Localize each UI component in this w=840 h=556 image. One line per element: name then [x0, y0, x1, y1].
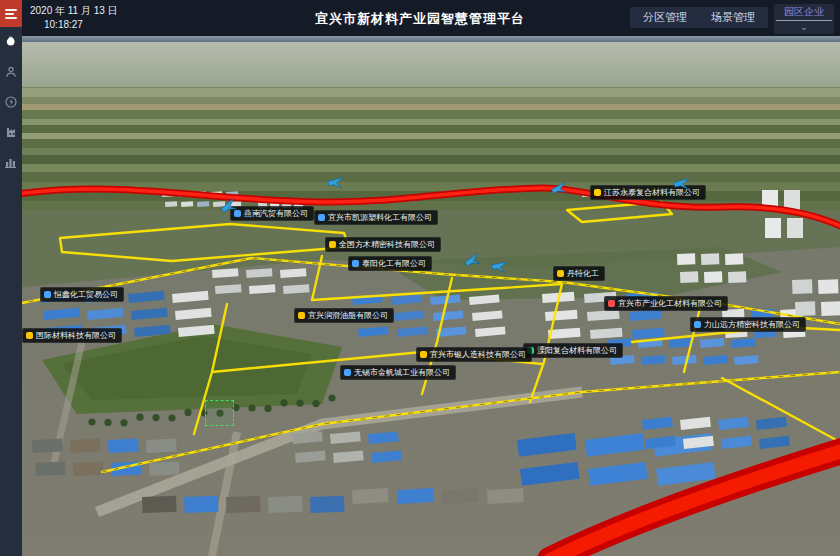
company-marker-icon	[26, 332, 33, 339]
map-company-label[interactable]: 燕南汽贸有限公司	[230, 206, 314, 221]
company-label-text: 国际材料科技有限公司	[36, 330, 116, 341]
company-marker-icon	[329, 241, 336, 248]
bar-chart-icon	[5, 156, 17, 168]
park-enterprise-dropdown-label: 园区企业	[774, 4, 834, 19]
company-marker-icon	[352, 260, 359, 267]
company-marker-icon	[420, 351, 427, 358]
map-company-label[interactable]: 无锡市金帆城工业有限公司	[340, 365, 456, 380]
company-marker-icon	[298, 312, 305, 319]
company-label-text: 丹特化工	[567, 268, 599, 279]
plane-marker-icon[interactable]	[463, 250, 481, 265]
map-company-label[interactable]: 国际材料科技有限公司	[22, 328, 122, 343]
map-company-label[interactable]: 宜兴市凯源塑料化工有限公司	[314, 210, 438, 225]
company-label-text: 无锡市金帆城工业有限公司	[354, 367, 450, 378]
left-sidebar	[0, 0, 22, 556]
company-label-text: 恒鑫化工贸易公司	[54, 289, 118, 300]
company-marker-icon	[557, 270, 564, 277]
plane-marker-icon[interactable]	[327, 173, 345, 188]
map-company-label[interactable]: 溧阳复合材料有限公司	[523, 343, 623, 358]
header-divider	[0, 36, 840, 42]
company-label-text: 宜兴市凯源塑料化工有限公司	[328, 212, 432, 223]
sidebar-item-power[interactable]	[0, 87, 22, 117]
sidebar-item-person[interactable]	[0, 57, 22, 87]
company-marker-icon	[608, 300, 615, 307]
company-marker-icon	[694, 321, 701, 328]
company-label-text: 燕南汽贸有限公司	[244, 208, 308, 219]
map-company-label[interactable]: 恒鑫化工贸易公司	[40, 287, 124, 302]
company-label-text: 宜兴市产业化工材料有限公司	[618, 298, 722, 309]
map-company-label[interactable]: 全国方木精密科技有限公司	[325, 237, 441, 252]
company-label-text: 宜兴润滑油脂有限公司	[308, 310, 388, 321]
company-label-text: 泰阳化工有限公司	[362, 258, 426, 269]
map-company-label[interactable]: 丹特化工	[553, 266, 605, 281]
map-company-label[interactable]: 泰阳化工有限公司	[348, 256, 432, 271]
chevron-down-icon: ⌄	[774, 22, 834, 34]
menu-icon[interactable]	[0, 0, 22, 27]
company-marker-icon	[344, 369, 351, 376]
person-icon	[5, 66, 17, 78]
plane-marker-icon[interactable]	[673, 174, 691, 188]
sidebar-item-stats[interactable]	[0, 147, 22, 177]
company-label-text: 力山远方精密科技有限公司	[704, 319, 800, 330]
map-company-label[interactable]: 力山远方精密科技有限公司	[690, 317, 806, 332]
park-enterprise-dropdown[interactable]: 园区企业 ⌄	[774, 4, 834, 34]
company-label-text: 宜兴市银人造科技有限公司	[430, 349, 526, 360]
company-label-text: 全国方木精密科技有限公司	[339, 239, 435, 250]
plane-marker-icon[interactable]	[219, 196, 238, 212]
map-company-label[interactable]: 宜兴润滑油脂有限公司	[294, 308, 394, 323]
company-marker-icon	[594, 189, 601, 196]
top-header: 2020 年 11 月 13 日 10:18:27 宜兴市新材料产业园智慧管理平…	[0, 0, 840, 36]
sidebar-item-fire[interactable]	[0, 27, 22, 57]
map-company-label[interactable]: 宜兴市银人造科技有限公司	[416, 347, 532, 362]
plane-marker-icon[interactable]	[551, 179, 568, 192]
map-company-label[interactable]: 宜兴市产业化工材料有限公司	[604, 296, 728, 311]
sidebar-item-factory[interactable]	[0, 117, 22, 147]
dropdown-divider	[776, 20, 832, 21]
company-marker-icon	[318, 214, 325, 221]
company-marker-icon	[44, 291, 51, 298]
company-marker-icon	[234, 210, 241, 217]
scene-manage-button[interactable]: 场景管理	[698, 7, 768, 28]
power-icon	[5, 96, 17, 108]
flame-icon	[5, 35, 17, 49]
factory-icon	[5, 126, 18, 138]
plane-marker-icon[interactable]	[491, 256, 509, 272]
company-label-text: 溧阳复合材料有限公司	[537, 345, 617, 356]
zone-manage-button[interactable]: 分区管理	[630, 7, 700, 28]
